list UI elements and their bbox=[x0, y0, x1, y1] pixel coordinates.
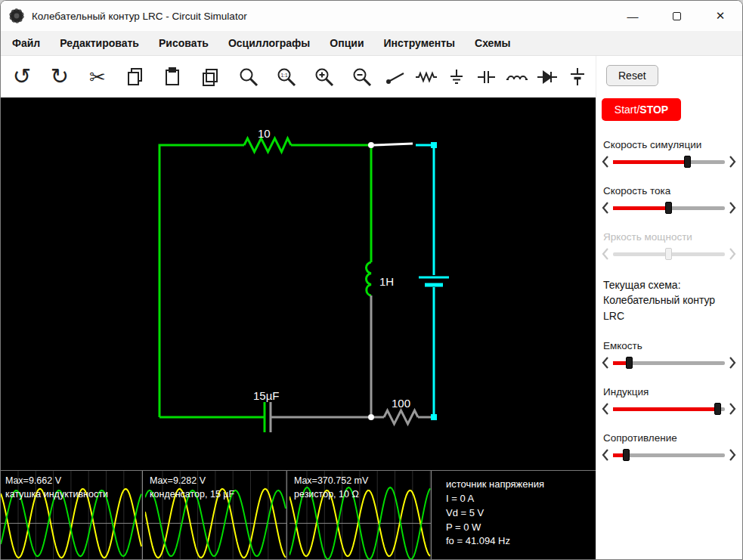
menu-file[interactable]: Файл bbox=[2, 37, 50, 49]
slider-capacitance: Емкость bbox=[602, 340, 736, 370]
paste-icon[interactable] bbox=[154, 60, 192, 94]
svg-text:1:1: 1:1 bbox=[280, 72, 287, 77]
junction-dot-top bbox=[368, 142, 374, 148]
current-circuit-name: Колебательный контур LRC bbox=[603, 292, 736, 323]
slider-inductance: Индукция bbox=[602, 386, 736, 416]
minimize-button[interactable]: — bbox=[611, 1, 655, 31]
slider-track[interactable] bbox=[613, 402, 725, 416]
slider-track[interactable] bbox=[613, 356, 725, 370]
slider-thumb bbox=[665, 248, 672, 260]
resistor-icon[interactable] bbox=[411, 60, 441, 94]
scope-resistor[interactable]: Max=370.752 mV резистор, 10 Ω bbox=[289, 471, 432, 560]
maximize-button[interactable] bbox=[655, 1, 698, 31]
resistor-right-label: 100 bbox=[392, 397, 410, 410]
slider-right-arrow[interactable] bbox=[729, 201, 736, 215]
slider-simulation-speed: Скорость симуляции bbox=[602, 139, 736, 169]
wire-loop-left[interactable] bbox=[159, 145, 371, 417]
toolbar: ↺ ↻ ✂ 1:1 bbox=[1, 56, 596, 97]
slider-left-arrow[interactable] bbox=[602, 448, 609, 462]
selection-info: источник напряжения I = 0 A Vd = 5 V P =… bbox=[434, 471, 544, 560]
window-title: Колебательный контур LRC - Circuit Simul… bbox=[32, 11, 247, 22]
inductor-icon[interactable] bbox=[502, 60, 532, 94]
voltage-source-icon[interactable] bbox=[562, 60, 593, 94]
slider-label: Емкость bbox=[603, 340, 736, 351]
slider-track[interactable] bbox=[613, 448, 725, 462]
diode-icon[interactable] bbox=[532, 60, 562, 94]
info-frequency: fo = 41.094 Hz bbox=[446, 534, 544, 549]
scope-strip: Max=9.662 V катушка индуктивности Max=9.… bbox=[1, 470, 596, 560]
menu-draw[interactable]: Рисовать bbox=[149, 37, 218, 49]
inductor-label: 1H bbox=[379, 275, 394, 288]
capacitor-component[interactable]: 15µF bbox=[159, 389, 368, 432]
slider-label: Скорость симуляции bbox=[603, 139, 736, 150]
maximize-icon bbox=[673, 12, 681, 20]
menu-scopes[interactable]: Осциллографы bbox=[218, 37, 320, 49]
resistor-right-component[interactable]: 100 bbox=[374, 397, 431, 424]
copy-icon[interactable] bbox=[116, 60, 154, 94]
resistor-top-label: 10 bbox=[258, 127, 271, 140]
slider-current-speed: Скорость тока bbox=[602, 185, 736, 215]
junction-dot-bottom bbox=[368, 414, 374, 420]
slider-left-arrow[interactable] bbox=[602, 201, 609, 215]
slider-thumb[interactable] bbox=[684, 156, 691, 168]
slider-right-arrow[interactable] bbox=[729, 448, 736, 462]
zoom-actual-icon[interactable]: 1:1 bbox=[268, 60, 305, 94]
menu-tools[interactable]: Инструменты bbox=[374, 37, 466, 49]
info-power: P = 0 W bbox=[446, 521, 544, 535]
wire-icon[interactable] bbox=[381, 60, 411, 94]
slider-track bbox=[613, 247, 725, 261]
slider-label: Скорость тока bbox=[603, 185, 736, 196]
slider-right-arrow[interactable] bbox=[729, 356, 736, 370]
zoom-icon[interactable] bbox=[230, 60, 268, 94]
menu-circuits[interactable]: Схемы bbox=[465, 37, 520, 49]
slider-fill bbox=[613, 407, 718, 411]
slider-right-arrow[interactable] bbox=[729, 402, 736, 416]
undo-icon[interactable]: ↺ bbox=[3, 60, 41, 94]
slider-fill bbox=[613, 206, 669, 210]
circuit-canvas[interactable]: 10 bbox=[1, 97, 596, 470]
close-button[interactable]: ✕ bbox=[698, 1, 742, 31]
scope-capacitor[interactable]: Max=9.282 V конденсатор, 15 µF bbox=[145, 471, 287, 560]
slider-left-arrow bbox=[602, 247, 609, 261]
redo-icon[interactable]: ↻ bbox=[41, 60, 79, 94]
menubar: Файл Редактировать Рисовать Осциллографы… bbox=[1, 31, 742, 56]
zoom-in-icon[interactable] bbox=[305, 60, 343, 94]
slider-label: Яркость мощности bbox=[603, 231, 736, 243]
titlebar: Колебательный контур LRC - Circuit Simul… bbox=[1, 1, 742, 31]
menu-options[interactable]: Опции bbox=[320, 37, 373, 49]
slider-track[interactable] bbox=[613, 155, 725, 169]
current-circuit-label: Текущая схема: bbox=[603, 277, 736, 292]
slider-left-arrow[interactable] bbox=[602, 356, 609, 370]
resistor-top-component[interactable]: 10 bbox=[244, 127, 291, 152]
scope-name: конденсатор, 15 µF bbox=[150, 488, 234, 502]
switch-component[interactable] bbox=[374, 144, 413, 145]
slider-thumb[interactable] bbox=[626, 357, 633, 369]
slider-right-arrow[interactable] bbox=[729, 155, 736, 169]
sidebar: Reset Start/STOP Скорость симуляции Скор… bbox=[596, 56, 742, 559]
slider-thumb[interactable] bbox=[714, 403, 721, 415]
info-current: I = 0 A bbox=[446, 492, 544, 506]
terminal-top[interactable] bbox=[431, 142, 437, 148]
slider-left-arrow[interactable] bbox=[602, 155, 609, 169]
menu-edit[interactable]: Редактировать bbox=[50, 37, 149, 49]
terminal-bottom[interactable] bbox=[431, 414, 437, 420]
voltage-source-component[interactable] bbox=[416, 142, 449, 420]
duplicate-icon[interactable] bbox=[192, 60, 230, 94]
scope-name: резистор, 10 Ω bbox=[294, 488, 368, 502]
slider-right-arrow bbox=[729, 247, 736, 261]
slider-thumb[interactable] bbox=[665, 202, 672, 214]
zoom-out-icon[interactable] bbox=[343, 60, 381, 94]
slider-left-arrow[interactable] bbox=[602, 402, 609, 416]
reset-button[interactable]: Reset bbox=[606, 65, 658, 86]
start-stop-button[interactable]: Start/STOP bbox=[602, 98, 681, 121]
scope-max: Max=9.662 V bbox=[5, 475, 108, 488]
scope-inductor[interactable]: Max=9.662 V катушка индуктивности bbox=[1, 471, 143, 560]
slider-label: Сопротивление bbox=[603, 432, 736, 444]
capacitor-icon[interactable] bbox=[472, 60, 502, 94]
scope-max: Max=9.282 V bbox=[150, 475, 234, 488]
slider-track[interactable] bbox=[613, 201, 725, 215]
inductor-component[interactable]: 1H bbox=[366, 148, 394, 414]
slider-thumb[interactable] bbox=[623, 449, 630, 461]
ground-icon[interactable] bbox=[441, 60, 472, 94]
cut-icon[interactable]: ✂ bbox=[79, 60, 116, 94]
